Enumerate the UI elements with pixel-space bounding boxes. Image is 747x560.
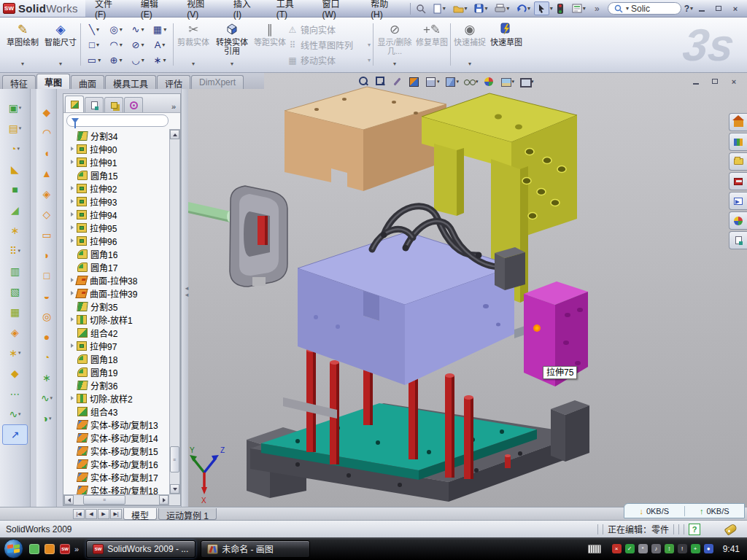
feature-tree-item[interactable]: 实体-移动/复制13: [70, 418, 169, 431]
linear-sketch-pattern-button[interactable]: ⠿ 线性草图阵列▾: [287, 37, 371, 52]
scroll-up-button[interactable]: [170, 130, 179, 139]
feature-tree-item[interactable]: 实体-移动/复制17: [70, 470, 169, 483]
headsup-tool-button[interactable]: ▾: [356, 75, 371, 88]
left-toolbar-button[interactable]: ▣ ▾: [0, 98, 30, 118]
left-toolbar-button[interactable]: ◇ ▾: [37, 204, 56, 225]
search-input[interactable]: Solic: [631, 4, 650, 14]
dimxpertmanager-tab[interactable]: [124, 97, 143, 112]
chevron-down-icon[interactable]: ▾: [18, 350, 21, 356]
left-toolbar-button[interactable]: ▧ ▾: [0, 281, 30, 302]
panel-splitter[interactable]: ◂◂: [181, 89, 188, 507]
left-toolbar-button[interactable]: ◒ ▾: [37, 286, 56, 306]
menu-item[interactable]: 窗口(W): [313, 0, 362, 17]
expand-arrow-icon[interactable]: [71, 317, 74, 322]
chevron-down-icon[interactable]: ▾: [120, 42, 123, 48]
feature-tree-item[interactable]: 切除-放样2: [70, 392, 169, 405]
tray-icon[interactable]: ●: [704, 544, 713, 553]
study-tab[interactable]: 模型: [123, 508, 157, 520]
expand-arrow-icon[interactable]: [71, 199, 74, 203]
feature-tree-item[interactable]: 实体-移动/复制14: [70, 431, 169, 444]
last-tab-button[interactable]: ▶|: [110, 509, 122, 519]
chevron-down-icon[interactable]: ▾: [142, 57, 144, 63]
scroll-left-button[interactable]: [64, 495, 74, 505]
input-language-icon[interactable]: [588, 545, 601, 553]
feature-tree-item[interactable]: 分割34: [70, 129, 169, 142]
feature-tree-item[interactable]: 拉伸94: [70, 208, 169, 221]
expand-arrow-icon[interactable]: [71, 160, 74, 164]
options-button[interactable]: ▾: [568, 1, 589, 15]
left-toolbar-button[interactable]: ∗ ▾: [37, 368, 56, 388]
start-button[interactable]: [4, 539, 23, 559]
left-toolbar-button[interactable]: ⋯ ▾: [0, 384, 30, 404]
toolbar-overflow-icon[interactable]: »: [589, 1, 605, 15]
menu-item[interactable]: 工具(T): [267, 0, 313, 17]
tray-icon[interactable]: +: [691, 544, 700, 553]
custom-properties-tab[interactable]: [729, 231, 747, 249]
headsup-tool-button[interactable]: ▾: [443, 75, 461, 88]
left-toolbar-button[interactable]: ▤ ▾: [0, 118, 30, 139]
left-toolbar-button[interactable]: ◑ ▾: [37, 408, 56, 429]
quick-launch-icon[interactable]: [44, 544, 55, 554]
quick-launch-overflow-icon[interactable]: »: [74, 545, 79, 553]
select-tool-button[interactable]: [534, 1, 549, 15]
headsup-tool-button[interactable]: ▾: [423, 75, 441, 88]
move-entities-button[interactable]: ▦ 移动实体▾: [287, 52, 371, 68]
left-toolbar-button[interactable]: ◢ ▾: [0, 200, 30, 220]
chevron-down-icon[interactable]: ▾: [163, 57, 166, 63]
app-restore-button[interactable]: [711, 3, 726, 14]
feature-tree-item[interactable]: 圆角17: [70, 260, 169, 273]
help-dropdown-icon[interactable]: ▾: [690, 5, 693, 12]
left-toolbar-button[interactable]: ◔ ▾: [37, 347, 56, 368]
chevron-down-icon[interactable]: ▾: [163, 26, 166, 33]
sketch-entity-button[interactable]: A ▾: [149, 37, 171, 52]
feature-tree-item[interactable]: 分割35: [70, 300, 169, 313]
featuremanager-tab[interactable]: [65, 96, 84, 112]
expand-arrow-icon[interactable]: [71, 186, 74, 190]
sketch-entity-button[interactable]: ◎ ▾: [105, 22, 127, 37]
vertical-scroll-thumb[interactable]: ≡: [170, 446, 179, 472]
left-toolbar-button[interactable]: ◣ ▾: [0, 159, 30, 179]
feature-tree-item[interactable]: 分割36: [70, 378, 169, 392]
headsup-tool-button[interactable]: ▾: [517, 75, 535, 88]
menu-item[interactable]: 视图(V): [177, 0, 223, 17]
appearances-tab[interactable]: [729, 211, 747, 230]
chevron-down-icon[interactable]: ▾: [96, 26, 99, 33]
model-3d-view[interactable]: Y Z X: [188, 73, 747, 507]
sketch-entity-button[interactable]: ◠ ▾: [105, 37, 127, 52]
ribbon-tab[interactable]: 曲面: [71, 75, 104, 89]
scroll-down-button[interactable]: [170, 484, 179, 494]
tree-horizontal-scrollbar[interactable]: ≡: [63, 494, 169, 505]
sketch-entity-button[interactable]: ⊕ ▾: [105, 52, 127, 68]
resources-tab[interactable]: [729, 113, 747, 131]
chevron-down-icon[interactable]: ▾: [19, 105, 22, 111]
expand-arrow-icon[interactable]: [71, 238, 74, 243]
repair-sketch-button[interactable]: +✎ 修复草图: [415, 20, 449, 69]
model-connector-block[interactable]: [495, 247, 525, 290]
chevron-down-icon[interactable]: ▾: [50, 395, 53, 401]
left-toolbar-button[interactable]: ◆ ▾: [0, 363, 30, 384]
design-library-tab[interactable]: [729, 133, 747, 151]
left-toolbar-button[interactable]: ◠ ▾: [37, 122, 56, 143]
tray-icon[interactable]: *: [638, 544, 648, 553]
doc-restore-button[interactable]: [708, 76, 722, 87]
left-toolbar-button[interactable]: ● ▾: [37, 327, 56, 347]
view-palette-tab[interactable]: [729, 192, 747, 210]
expand-arrow-icon[interactable]: [71, 225, 74, 230]
feature-tree-item[interactable]: 实体-移动/复制18: [70, 483, 169, 494]
sketch-entity-button[interactable]: ╲ ▾: [83, 22, 105, 37]
model-base-block[interactable]: [551, 400, 589, 462]
left-toolbar-button[interactable]: ▲ ▾: [37, 163, 56, 184]
headsup-tool-button[interactable]: ▾: [390, 75, 405, 88]
left-toolbar-button[interactable]: ◈ ▾: [37, 184, 56, 204]
expand-arrow-icon[interactable]: [71, 147, 74, 151]
chevron-down-icon[interactable]: ▾: [162, 42, 165, 48]
undo-button[interactable]: ▾: [513, 1, 534, 15]
smart-dimension-button[interactable]: ◈ 智能尺寸▾: [42, 20, 79, 69]
feature-tree-item[interactable]: 圆角18: [70, 352, 169, 365]
chevron-down-icon[interactable]: ▾: [512, 79, 515, 85]
menu-item[interactable]: 文件(F): [85, 0, 131, 17]
left-toolbar-button[interactable]: ◈ ▾: [0, 322, 30, 343]
left-toolbar-button[interactable]: ■ ▾: [0, 179, 30, 200]
splitter-handle-icon[interactable]: ◂◂: [183, 284, 190, 298]
headsup-tool-button[interactable]: ▾: [498, 75, 516, 88]
